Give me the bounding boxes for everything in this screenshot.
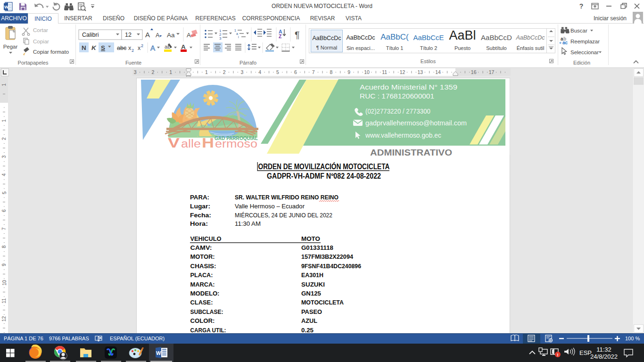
svg-text:MARCA:: MARCA: xyxy=(190,281,215,288)
svg-text:CHASIS:: CHASIS: xyxy=(190,263,216,270)
svg-text:2: 2 xyxy=(1,137,7,140)
svg-text:Aa: Aa xyxy=(167,32,175,39)
svg-text:MIÉRCOLES, 24 DE JUNIO DEL 202: MIÉRCOLES, 24 DE JUNIO DEL 2022 xyxy=(235,212,332,219)
svg-text:¶: ¶ xyxy=(295,30,300,40)
svg-text:Fecha:: Fecha: xyxy=(190,212,211,219)
svg-text:PARA:: PARA: xyxy=(190,194,209,201)
svg-text:2: 2 xyxy=(141,43,143,48)
svg-text:12: 12 xyxy=(400,69,405,75)
svg-text:CAMV:: CAMV: xyxy=(190,245,212,251)
svg-text:Fuente: Fuente xyxy=(125,60,141,66)
svg-text:3: 3 xyxy=(1,156,7,158)
svg-text:MODELO:: MODELO: xyxy=(190,290,220,297)
svg-text:16: 16 xyxy=(471,69,477,75)
svg-text:SUZUKI: SUZUKI xyxy=(301,281,325,288)
svg-text:a: a xyxy=(236,32,238,35)
svg-text:ORDEN NUEVA MOTOCICLETA - Word: ORDEN NUEVA MOTOCICLETA - Word xyxy=(272,3,372,9)
svg-text:SR. WALTER WILFRIDO REINO REIN: SR. WALTER WILFRIDO REINO REINO xyxy=(235,194,339,201)
svg-text:11:30 AM: 11:30 AM xyxy=(235,221,261,227)
svg-text:3: 3 xyxy=(219,36,222,41)
svg-text:A: A xyxy=(150,44,155,52)
svg-text:G01331118: G01331118 xyxy=(301,245,333,251)
svg-text:7: 7 xyxy=(312,69,315,75)
svg-text:9: 9 xyxy=(347,69,350,75)
svg-text:1: 1 xyxy=(234,29,236,32)
svg-text:1: 1 xyxy=(1,119,7,122)
svg-text:EA301H: EA301H xyxy=(301,272,323,279)
svg-text:PLACA:: PLACA: xyxy=(190,272,213,279)
svg-text:Hora:: Hora: xyxy=(190,221,208,227)
svg-text:Portapapeles: Portapapeles xyxy=(18,60,49,66)
svg-text:?: ? xyxy=(579,2,584,10)
svg-text:Pegar: Pegar xyxy=(3,44,18,49)
svg-text:GN125: GN125 xyxy=(301,290,321,297)
svg-text:Cortar: Cortar xyxy=(33,27,48,33)
svg-text:12: 12 xyxy=(1,316,7,321)
svg-text:8: 8 xyxy=(330,69,332,75)
svg-text:Z: Z xyxy=(279,33,282,39)
svg-text:4: 4 xyxy=(1,173,7,176)
svg-text:2: 2 xyxy=(132,48,134,53)
svg-text:13: 13 xyxy=(417,69,423,75)
svg-text:ac: ac xyxy=(562,40,568,45)
svg-text:A: A xyxy=(181,43,186,50)
svg-text:14: 14 xyxy=(435,69,441,75)
svg-text:Seleccionar: Seleccionar xyxy=(570,49,599,55)
svg-text:Párrafo: Párrafo xyxy=(239,60,256,66)
svg-text:COLOR:: COLOR: xyxy=(190,318,215,324)
svg-text:K: K xyxy=(91,44,97,51)
svg-text:6: 6 xyxy=(1,209,7,212)
svg-text:5: 5 xyxy=(1,191,7,194)
svg-text:A: A xyxy=(145,31,150,39)
svg-text:CLASE:: CLASE: xyxy=(190,299,213,306)
svg-text:W: W xyxy=(156,350,161,356)
svg-text:Copiar: Copiar xyxy=(33,39,49,44)
svg-text:!: ! xyxy=(557,353,559,357)
svg-text:6: 6 xyxy=(294,69,297,75)
svg-text:AZUL: AZUL xyxy=(301,318,317,324)
svg-text:SUBCLASE:: SUBCLASE: xyxy=(190,309,223,315)
svg-text:N: N xyxy=(82,44,86,51)
svg-text:24/8/2022: 24/8/2022 xyxy=(590,353,618,360)
svg-text:10: 10 xyxy=(364,69,370,75)
svg-text:Reemplazar: Reemplazar xyxy=(570,39,600,44)
svg-text:ADMINISTRATIVO: ADMINISTRATIVO xyxy=(370,148,452,157)
svg-text:11:32: 11:32 xyxy=(596,346,611,353)
svg-text:7: 7 xyxy=(1,227,7,230)
svg-text:CARGA UTIL:: CARGA UTIL: xyxy=(190,327,226,334)
svg-text:MOTOR:: MOTOR: xyxy=(190,254,215,260)
svg-text:MOTOCICLETA: MOTOCICLETA xyxy=(301,299,344,306)
svg-text:x: x xyxy=(138,45,141,51)
svg-text:2: 2 xyxy=(223,69,226,75)
svg-text:3: 3 xyxy=(240,69,243,75)
svg-text:W: W xyxy=(4,4,8,9)
svg-text:ORDEN DE MOVILIZACIÓN MOTOCICL: ORDEN DE MOVILIZACIÓN MOTOCICLETA xyxy=(258,162,390,171)
svg-text:Valle Hermoso – Ecuador: Valle Hermoso – Ecuador xyxy=(235,203,305,210)
svg-text:8: 8 xyxy=(1,246,7,248)
svg-text:3: 3 xyxy=(134,69,137,75)
svg-text:x: x xyxy=(128,45,132,51)
svg-text:4: 4 xyxy=(258,69,261,75)
svg-text:10: 10 xyxy=(1,280,7,286)
svg-text:17: 17 xyxy=(489,69,495,75)
svg-text:157FMI3B2X22094: 157FMI3B2X22094 xyxy=(301,254,353,260)
svg-text:Calibri: Calibri xyxy=(82,32,99,38)
svg-text:1: 1 xyxy=(1,83,7,86)
svg-text:5: 5 xyxy=(276,69,279,75)
svg-text:i: i xyxy=(238,35,239,39)
svg-text:9FSNF41B4DC240896: 9FSNF41B4DC240896 xyxy=(301,263,361,270)
svg-text:1: 1 xyxy=(205,69,208,75)
svg-text:11: 11 xyxy=(382,69,387,75)
svg-text:12: 12 xyxy=(125,32,132,38)
svg-text:0.25: 0.25 xyxy=(301,327,314,334)
svg-text:A: A xyxy=(187,32,191,39)
svg-text:Buscar: Buscar xyxy=(570,28,587,33)
svg-text:abc: abc xyxy=(117,45,126,51)
svg-text:9: 9 xyxy=(1,263,7,266)
svg-text:Copiar formato: Copiar formato xyxy=(33,49,69,55)
svg-text:11: 11 xyxy=(1,298,7,304)
svg-text:1: 1 xyxy=(169,69,172,75)
svg-text:Edición: Edición xyxy=(573,60,590,66)
svg-text:MOTO: MOTO xyxy=(301,236,320,242)
svg-text:2: 2 xyxy=(151,69,154,75)
